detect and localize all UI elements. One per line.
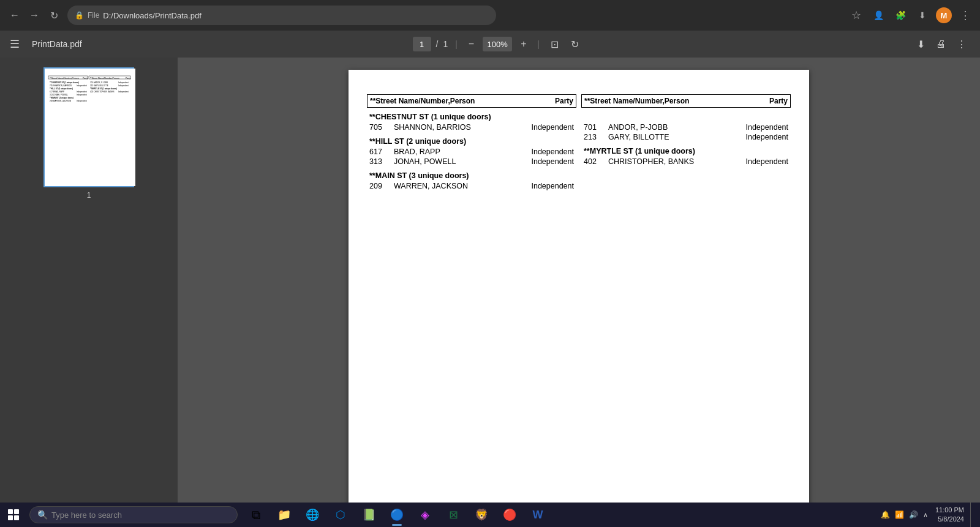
- taskbar-app7[interactable]: ◈: [412, 503, 439, 527]
- entry-number: 402: [584, 157, 606, 166]
- svg-text:Independent: Independent: [77, 94, 87, 96]
- right-blank-title: [581, 110, 791, 122]
- taskbar-right: 🔔 📶 🔊 ∧ 11:00 PM 5/8/2024: [880, 503, 980, 527]
- left-header-party: Party: [555, 97, 573, 105]
- svg-text:Independent: Independent: [77, 91, 87, 93]
- back-button[interactable]: ←: [6, 7, 23, 24]
- svg-text:Independent: Independent: [118, 91, 129, 93]
- taskbar-file-explorer[interactable]: 📁: [271, 503, 298, 527]
- svg-text:**MAIN ST (3 unique doors): **MAIN ST (3 unique doors): [50, 97, 74, 99]
- fit-page-button[interactable]: ⊡: [547, 36, 562, 53]
- taskbar-apps: ⧉ 📁 🌐 ⬡ 📗 🔵 ◈ ⊠ 🦁 🔴 W: [243, 503, 551, 527]
- address-bar[interactable]: 🔒 File D:/Downloads/PrintData.pdf: [67, 6, 496, 25]
- entry-number: 701: [584, 123, 606, 132]
- svg-text:402   CHRISTOPHER, BANKS: 402 CHRISTOPHER, BANKS: [90, 91, 114, 93]
- table-row: 402 CHRISTOPHER, BANKS Independent: [581, 157, 791, 166]
- table-row: 701 ANDOR, P-JOBB Independent: [581, 122, 791, 132]
- chestnut-st-section: **CHESTNUT ST (1 unique doors) 705 SHANN…: [367, 110, 576, 132]
- left-header-street: **Street Name/Number,Person: [370, 97, 555, 105]
- volume-icon[interactable]: 🔊: [908, 509, 919, 520]
- taskbar-clock[interactable]: 11:00 PM 5/8/2024: [932, 506, 968, 525]
- zoom-input[interactable]: [483, 37, 512, 51]
- taskbar-search-placeholder: Type here to search: [51, 510, 122, 520]
- pdf-left-column: **Street Name/Number,Person Party **CHES…: [367, 94, 576, 191]
- svg-text:701   ANDOR, P-JOBB: 701 ANDOR, P-JOBB: [90, 81, 108, 84]
- pdf-viewer[interactable]: **Street Name/Number,Person Party **CHES…: [178, 58, 980, 503]
- taskbar-system-icons: 🔔 📶 🔊 ∧: [880, 509, 929, 520]
- taskbar-notepad[interactable]: 📗: [355, 503, 382, 527]
- right-header-street: **Street Name/Number,Person: [584, 97, 769, 105]
- taskbar-chrome[interactable]: 🔵: [383, 503, 410, 527]
- taskbar-chrome2[interactable]: 🔴: [496, 503, 523, 527]
- entry-number: 209: [369, 182, 391, 190]
- table-row: 705 SHANNON, BARRIOS Independent: [367, 122, 576, 132]
- taskbar-search-icon: 🔍: [37, 510, 48, 520]
- entry-name: JONAH, POWELL: [394, 157, 516, 166]
- table-row: 617 BRAD, RAPP Independent: [367, 147, 576, 157]
- svg-text:**MYRTLE ST (1 unique doors): **MYRTLE ST (1 unique doors): [90, 88, 117, 90]
- myrtle-st-title: **MYRTLE ST (1 unique doors): [581, 144, 791, 157]
- taskbar-vscode[interactable]: ⬡: [327, 503, 354, 527]
- right-column-header: **Street Name/Number,Person Party: [581, 94, 791, 108]
- entry-name: GARY, BILLOTTE: [608, 133, 731, 141]
- rotate-button[interactable]: ↻: [567, 36, 582, 53]
- main-st-section: **MAIN ST (3 unique doors) 209 WARREN, J…: [367, 169, 576, 191]
- svg-text:Independent: Independent: [77, 100, 87, 102]
- right-top-entries: 701 ANDOR, P-JOBB Independent 213 GARY, …: [581, 110, 791, 142]
- reload-button[interactable]: ↻: [45, 7, 62, 24]
- show-desktop-button[interactable]: [970, 503, 975, 527]
- svg-text:213   GARY, BILLOTTE: 213 GARY, BILLOTTE: [90, 84, 108, 87]
- svg-text:**Street Name/Number,Person: **Street Name/Number,Person: [50, 77, 79, 80]
- taskbar-task-view[interactable]: ⧉: [243, 503, 270, 527]
- hill-st-title: **HILL ST (2 unique doors): [367, 135, 576, 147]
- page-thumbnail[interactable]: **Street Name/Number,Person Party **Stre…: [43, 67, 134, 187]
- menu-icon[interactable]: ⋮: [957, 7, 974, 24]
- notepad-icon: 📗: [362, 508, 375, 521]
- taskbar-search-bar[interactable]: 🔍 Type here to search: [29, 506, 238, 523]
- file-explorer-icon: 📁: [277, 508, 291, 521]
- profile-menu-icon[interactable]: 👤: [870, 7, 887, 24]
- download-pdf-button[interactable]: ⬇: [913, 36, 929, 53]
- page-separator: /: [436, 39, 439, 49]
- entry-party: Independent: [519, 182, 574, 190]
- downloads-icon[interactable]: ⬇: [914, 7, 931, 24]
- chestnut-st-title: **CHESTNUT ST (1 unique doors): [367, 110, 576, 122]
- entry-name: ANDOR, P-JOBB: [608, 123, 731, 132]
- clock-time: 11:00 PM: [935, 506, 964, 515]
- chrome2-icon: 🔴: [503, 508, 516, 521]
- bookmark-icon[interactable]: ☆: [848, 7, 865, 24]
- network-icon[interactable]: 📶: [894, 509, 905, 520]
- svg-text:705   SHANNON, BARRIOS: 705 SHANNON, BARRIOS: [50, 84, 72, 87]
- up-arrow-icon[interactable]: ∧: [922, 510, 929, 520]
- taskbar-brave[interactable]: 🦁: [468, 503, 495, 527]
- more-options-button[interactable]: ⋮: [953, 36, 970, 53]
- taskbar-excel[interactable]: ⊠: [440, 503, 467, 527]
- pdf-sidebar: **Street Name/Number,Person Party **Stre…: [0, 58, 178, 503]
- pdf-toolbar-right: ⬇ 🖨 ⋮: [913, 36, 970, 53]
- windows-logo-icon: [8, 509, 19, 520]
- taskbar-word[interactable]: W: [524, 503, 551, 527]
- page-number-input[interactable]: [413, 37, 431, 51]
- svg-text:Independent: Independent: [77, 84, 87, 87]
- entry-party: Independent: [733, 157, 788, 166]
- print-button[interactable]: 🖨: [932, 36, 949, 52]
- notification-icon[interactable]: 🔔: [880, 509, 891, 520]
- svg-text:Party: Party: [83, 77, 88, 80]
- zoom-in-button[interactable]: +: [517, 36, 530, 52]
- entry-name: CHRISTOPHER, BANKS: [608, 157, 731, 166]
- zoom-out-button[interactable]: −: [465, 36, 478, 52]
- entry-party: Independent: [519, 148, 574, 156]
- extensions-icon[interactable]: 🧩: [892, 7, 909, 24]
- taskbar-edge[interactable]: 🌐: [299, 503, 326, 527]
- svg-text:**CHESTNUT ST (1 unique doors): **CHESTNUT ST (1 unique doors): [50, 81, 79, 84]
- pdf-right-column: **Street Name/Number,Person Party 701 AN…: [581, 94, 791, 191]
- start-button[interactable]: [0, 503, 27, 527]
- taskbar: 🔍 Type here to search ⧉ 📁 🌐 ⬡ 📗 🔵 ◈ ⊠ 🦁: [0, 503, 980, 527]
- profile-avatar[interactable]: M: [936, 7, 952, 23]
- entry-party: Independent: [519, 123, 574, 132]
- sidebar-toggle-button[interactable]: ☰: [10, 37, 20, 51]
- excel-icon: ⊠: [449, 508, 458, 521]
- forward-button[interactable]: →: [26, 7, 43, 24]
- myrtle-st-section: **MYRTLE ST (1 unique doors) 402 CHRISTO…: [581, 144, 791, 166]
- nav-buttons: ← → ↻: [6, 7, 62, 24]
